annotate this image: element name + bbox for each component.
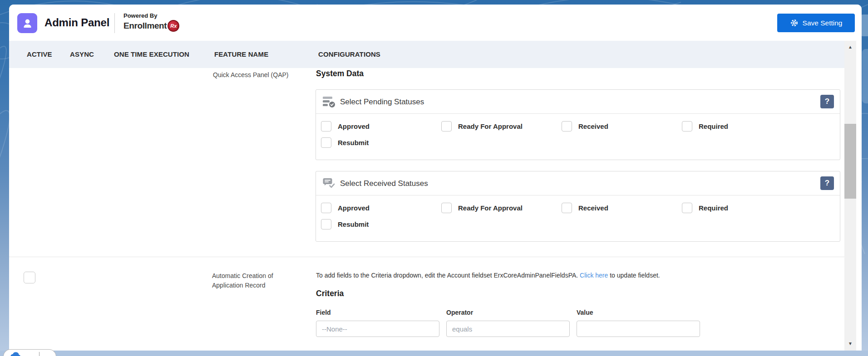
checkbox-label: Required [699, 122, 728, 130]
checkbox-approved[interactable] [321, 203, 331, 213]
checkbox-received[interactable] [562, 203, 572, 213]
operator-select[interactable] [446, 321, 570, 337]
field-label: Field [316, 309, 331, 316]
header-divider [114, 13, 115, 33]
checkbox-required[interactable] [682, 203, 692, 213]
checkbox-item: Received [562, 203, 682, 213]
checkbox-label: Approved [338, 122, 370, 130]
card-title: Select Pending Statuses [340, 90, 424, 114]
gear-icon [790, 19, 799, 27]
content-area: Quick Access Panel (QAP) System Data Sel… [9, 68, 844, 351]
checkbox-item: Received [562, 121, 682, 132]
scroll-down-arrow-icon[interactable]: ▼ [844, 341, 856, 346]
widget-divider [39, 352, 39, 356]
active-checkbox[interactable] [24, 272, 35, 283]
value-input[interactable] [577, 321, 700, 337]
table-row: Quick Access Panel (QAP) System Data Sel… [9, 68, 844, 261]
chat-widget[interactable] [3, 349, 56, 356]
message-check-icon [322, 177, 336, 190]
app-header: Admin Panel Powered By Enrollment Rx Sav… [9, 5, 862, 41]
checkbox-received[interactable] [562, 121, 572, 132]
checkbox-item: Resubmit [321, 137, 441, 148]
operator-label: Operator [446, 309, 473, 316]
checkbox-required[interactable] [682, 121, 692, 132]
user-icon [21, 17, 34, 29]
checkbox-label: Received [578, 204, 608, 212]
checkbox-ready-for-approval[interactable] [441, 121, 452, 132]
checkbox-item: Required [682, 121, 802, 132]
vertical-scrollbar[interactable]: ▲ ▼ [844, 41, 856, 351]
system-data-heading: System Data [316, 69, 364, 78]
checkbox-resubmit[interactable] [321, 137, 331, 148]
card-header: Select Pending Statuses ? [316, 90, 840, 114]
avatar [17, 13, 37, 33]
received-statuses-card: Select Received Statuses ? Approved Read… [316, 171, 840, 242]
help-button[interactable]: ? [820, 95, 834, 108]
checkbox-ready-for-approval[interactable] [441, 203, 452, 213]
feature-name-label: Automatic Creation of Application Record [212, 271, 293, 290]
column-header-one-time-execution: ONE TIME EXECUTION [114, 41, 189, 68]
list-check-icon [322, 96, 336, 108]
click-here-link[interactable]: Click here [580, 272, 608, 279]
checkbox-approved[interactable] [321, 121, 331, 132]
brand-name: Enrollment [123, 21, 167, 31]
rx-logo-icon: Rx [168, 20, 179, 32]
criteria-heading: Criteria [316, 289, 344, 298]
cloud-icon [10, 352, 22, 356]
card-body: Approved Ready For Approval Received [316, 114, 840, 148]
checkbox-label: Resubmit [338, 139, 369, 146]
feature-name-label: Quick Access Panel (QAP) [213, 71, 289, 78]
checkbox-label: Approved [338, 204, 370, 212]
checkbox-item: Resubmit [321, 219, 441, 229]
checkbox-item: Ready For Approval [441, 121, 562, 132]
description-text: To add fields to the Criteria dropdown, … [316, 272, 580, 279]
admin-panel-window: Admin Panel Powered By Enrollment Rx Sav… [9, 5, 862, 351]
checkbox-item: Ready For Approval [441, 203, 562, 213]
column-header-active: ACTIVE [27, 41, 52, 68]
checkbox-resubmit[interactable] [321, 219, 331, 229]
value-label: Value [577, 309, 593, 316]
column-header-async: ASYNC [70, 41, 94, 68]
table-header: ACTIVE ASYNC ONE TIME EXECUTION FEATURE … [9, 41, 844, 68]
column-header-configurations: CONFIGURATIONS [318, 41, 380, 68]
checkbox-label: Ready For Approval [458, 204, 523, 212]
checkbox-label: Resubmit [338, 220, 369, 228]
pending-statuses-card: Select Pending Statuses ? Approved Ready… [316, 89, 840, 160]
checkbox-item: Required [682, 203, 802, 213]
scroll-up-arrow-icon[interactable]: ▲ [844, 44, 856, 49]
card-title: Select Received Statuses [340, 171, 428, 195]
bottom-scrollbar-strip [0, 351, 868, 356]
table-row: Automatic Creation of Application Record… [9, 257, 844, 351]
checkbox-item: Approved [321, 203, 441, 213]
save-setting-button[interactable]: Save Setting [777, 14, 855, 32]
scrollbar-thumb[interactable] [844, 124, 856, 199]
checkbox-label: Received [578, 122, 608, 130]
card-header: Select Received Statuses ? [316, 171, 840, 195]
checkbox-label: Ready For Approval [458, 122, 523, 130]
brand-block: Powered By Enrollment Rx [123, 12, 179, 32]
checkbox-item: Approved [321, 121, 441, 132]
criteria-description: To add fields to the Criteria dropdown, … [316, 272, 660, 279]
description-text: to update fieldset. [608, 272, 660, 279]
powered-by-label: Powered By [123, 12, 179, 19]
column-header-feature-name: FEATURE NAME [214, 41, 268, 68]
save-setting-label: Save Setting [803, 19, 843, 27]
help-button[interactable]: ? [820, 176, 834, 190]
page-title: Admin Panel [44, 5, 109, 41]
card-body: Approved Ready For Approval Received [316, 195, 840, 229]
checkbox-label: Required [699, 204, 728, 212]
field-select[interactable] [316, 321, 439, 337]
